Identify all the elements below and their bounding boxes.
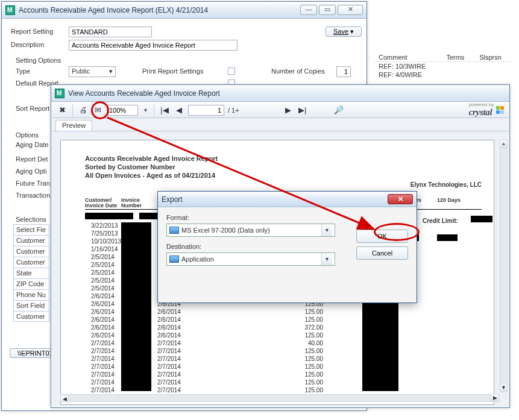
window-title: Accounts Receivable Aged Invoice Report … (19, 6, 300, 14)
cancel-button[interactable]: Cancel (356, 246, 408, 260)
due-date-cell: 2/7/2014 (157, 379, 181, 386)
chevron-down-icon: ▾ (321, 224, 332, 236)
report-setting-input[interactable] (69, 27, 152, 37)
sort-report-label: Sort Report (16, 105, 49, 112)
next-page-icon[interactable]: ▶ (283, 105, 294, 116)
first-page-icon[interactable]: |◀ (159, 105, 170, 116)
zoom-input[interactable] (107, 105, 138, 116)
selection-row[interactable]: Customer (13, 246, 49, 257)
invoice-date-cell: 2/7/2014 (91, 348, 115, 354)
amount-cell: 125.00 (290, 309, 323, 315)
due-date-cell: 2/6/2014 (157, 332, 181, 339)
export-dialog: Export ✕ Format: MS Excel 97-2000 (Data … (157, 191, 417, 303)
format-label: Format: (166, 214, 408, 221)
format-select[interactable]: MS Excel 97-2000 (Data only) ▾ (166, 224, 335, 237)
close-report-icon[interactable]: ✖ (57, 105, 68, 116)
due-date-cell: 2/6/2014 (157, 309, 181, 315)
invoice-date-cell: 2/7/2014 (91, 356, 115, 362)
col-comment: Comment (374, 53, 441, 62)
col-invoice-date: Invoice Date (85, 202, 117, 208)
report-detail-label: Report Det (16, 155, 48, 163)
invoice-date-cell: 2/6/2014 (91, 293, 115, 299)
due-date-cell: 2/6/2014 (157, 316, 181, 323)
print-icon[interactable]: 🖨 (78, 105, 89, 116)
export-icon[interactable]: ✉ (92, 105, 103, 116)
type-select[interactable]: Public ▾ (69, 66, 116, 77)
window-title: View Accounts Receivable Aged Invoice Re… (68, 89, 506, 98)
amount-cell: 372.00 (290, 324, 323, 331)
amount-cell: 125.00 (290, 387, 323, 393)
due-date-cell: 2/7/2014 (157, 340, 181, 346)
vertical-scrollbar[interactable]: ▲▼ (500, 140, 508, 392)
amount-cell: 125.00 (290, 363, 323, 370)
horizontal-scrollbar[interactable]: ◀▶ (60, 394, 499, 402)
titlebar[interactable]: Accounts Receivable Aged Invoice Report … (2, 2, 366, 19)
selections-list: Select FieCustomerCustomerCustomerStateZ… (13, 224, 49, 322)
invoice-date-cell: 2/7/2014 (91, 387, 115, 393)
type-label: Type (16, 67, 30, 75)
credit-limit-label: Credit Limit: (423, 218, 458, 224)
prev-page-icon[interactable]: ◀ (174, 105, 184, 116)
report-setting-label: Report Setting (11, 28, 53, 35)
report-subtitle: Sorted by Customer Number (85, 163, 175, 171)
zoom-dropdown-icon[interactable]: ▾ (142, 107, 149, 113)
tab-preview[interactable]: Preview (55, 120, 92, 131)
page-number-input[interactable] (188, 105, 224, 116)
selection-row[interactable]: State (13, 268, 49, 278)
minimize-button[interactable]: — (300, 5, 317, 15)
selection-row[interactable]: Select Fie (13, 224, 49, 235)
invoice-date-cell: 7/25/2013 (91, 230, 118, 237)
due-date-cell: 2/6/2014 (157, 324, 181, 331)
copies-label: Number of Copies (271, 67, 325, 75)
report-asof: All Open Invoices - Aged as of 04/21/201… (85, 172, 215, 179)
format-icon (169, 227, 179, 234)
aging-date-label: Aging Date (16, 141, 48, 148)
selection-row[interactable]: Customer (13, 235, 49, 246)
destination-select[interactable]: Application ▾ (166, 252, 335, 266)
maximize-button[interactable]: ▭ (319, 5, 336, 15)
print-settings-checkbox[interactable] (228, 67, 235, 75)
copies-input[interactable] (336, 66, 351, 77)
amount-cell: 125.00 (290, 332, 323, 339)
selection-row[interactable]: Customer (13, 311, 49, 322)
format-value: MS Excel 97-2000 (Data only) (181, 227, 321, 234)
invoice-date-cell: 2/7/2014 (91, 371, 115, 378)
selection-row[interactable]: Customer (13, 257, 49, 268)
invoice-date-cell: 2/5/2014 (91, 262, 115, 268)
dialog-titlebar[interactable]: Export ✕ (158, 192, 417, 207)
setting-options-label: Setting Options (16, 57, 61, 64)
dialog-close-button[interactable]: ✕ (388, 194, 413, 204)
selection-row[interactable]: Phone Nu (13, 289, 49, 300)
grid-cell: REF: 4/0WIRE (374, 71, 441, 79)
description-input[interactable] (69, 40, 237, 51)
page-total: / 1+ (228, 107, 239, 114)
invoice-date-cell: 2/5/2014 (91, 277, 115, 284)
titlebar[interactable]: View Accounts Receivable Aged Invoice Re… (51, 85, 509, 102)
due-date-cell: 2/7/2014 (157, 348, 181, 354)
save-button[interactable]: Save ▾ (326, 27, 362, 37)
invoice-date-cell: 2/7/2014 (91, 363, 115, 370)
app-icon (5, 5, 15, 15)
ok-button[interactable]: OK (356, 230, 408, 243)
selection-row[interactable]: Sort Field (13, 300, 49, 311)
aging-options-label: Aging Opti (16, 168, 46, 175)
amount-cell: 125.00 (290, 379, 323, 386)
due-date-cell: 2/7/2014 (157, 363, 181, 370)
future-trans-label: Future Tran (16, 180, 50, 187)
selection-row[interactable]: ZIP Code (13, 278, 49, 289)
close-button[interactable]: ✕ (338, 5, 363, 15)
viewer-toolbar: ✖ 🖨 ✉ ▾ |◀ ◀ / 1+ ▶ ▶| 🔎 powered by crys… (52, 102, 509, 118)
report-title: Accounts Receivable Aged Invoice Report (85, 155, 218, 162)
search-icon[interactable]: 🔎 (333, 105, 344, 116)
options-label: Options (16, 131, 39, 139)
col-slsprsn: Slsprsn (474, 53, 512, 62)
redacted-block (362, 303, 398, 391)
redacted-block (471, 216, 492, 222)
col-120days: 120 Days (437, 197, 461, 203)
due-date-cell: 2/7/2014 (157, 356, 181, 362)
last-page-icon[interactable]: ▶| (297, 105, 308, 116)
col-number: Number (121, 202, 142, 208)
amount-cell: 125.00 (290, 356, 323, 362)
invoice-date-cell: 2/6/2014 (91, 301, 115, 307)
selections-label: Selections (16, 216, 46, 223)
